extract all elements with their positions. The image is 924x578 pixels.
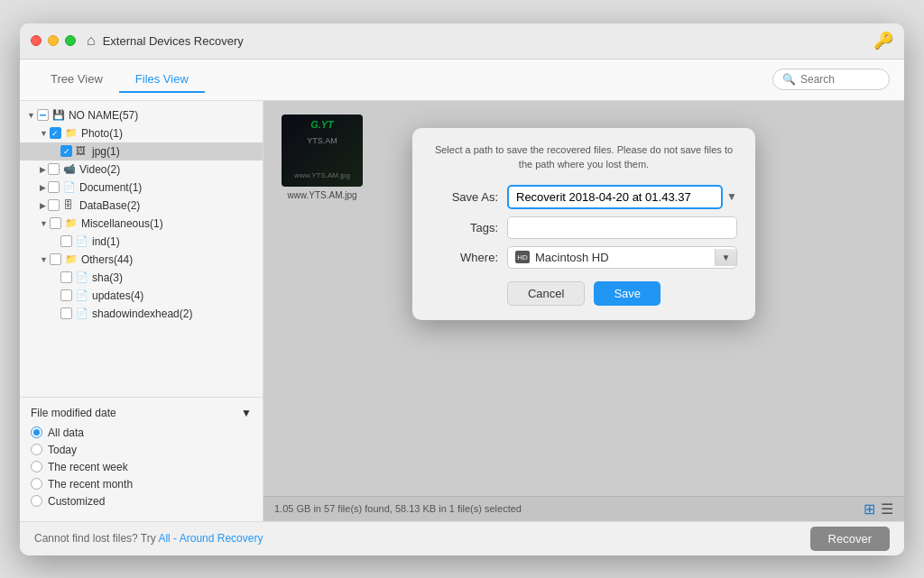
tree-item-root[interactable]: ▼ 💾 NO NAME(57) bbox=[20, 106, 263, 124]
filter-label-custom: Customized bbox=[48, 495, 105, 508]
modal-row-tags: Tags: bbox=[430, 216, 737, 239]
main-window: ⌂ External Devices Recovery 🔑 Tree View … bbox=[20, 23, 904, 555]
save-dialog: Select a path to save the recovered file… bbox=[412, 128, 755, 320]
where-select[interactable]: HD Macintosh HD ▼ bbox=[507, 246, 737, 269]
tree-item-misc[interactable]: ▼ 📁 Miscellaneous(1) bbox=[20, 215, 263, 233]
tree-label-root: NO NAME(57) bbox=[69, 109, 138, 122]
tree-label-shadowindexhead: shadowindexhead(2) bbox=[92, 307, 192, 320]
filter-label-today: Today bbox=[48, 444, 77, 456]
tree-item-jpg[interactable]: ▶ ✓ 🖼 jpg(1) bbox=[20, 142, 263, 161]
tree-label-database: DataBase(2) bbox=[79, 199, 140, 212]
titlebar: ⌂ External Devices Recovery 🔑 bbox=[20, 23, 904, 60]
tabs: Tree View Files View bbox=[34, 67, 205, 93]
checkbox-sha[interactable] bbox=[60, 271, 72, 283]
chevron-down-icon: ▼ bbox=[40, 219, 48, 228]
filter-option-today[interactable]: Today bbox=[31, 444, 252, 456]
content-area: G.YT YTS.AM www.YTS.AM.jpg www.YTS.AM.jp… bbox=[263, 101, 904, 521]
folder-icon: 📁 bbox=[65, 127, 78, 140]
checkbox-updates[interactable] bbox=[60, 289, 72, 301]
save-button[interactable]: Save bbox=[594, 281, 661, 306]
traffic-lights bbox=[31, 35, 76, 46]
toolbar: Tree View Files View 🔍 bbox=[20, 60, 904, 101]
checkbox-database[interactable] bbox=[48, 199, 60, 211]
tree-label-updates: updates(4) bbox=[92, 289, 143, 302]
tags-input[interactable] bbox=[507, 216, 737, 239]
tree-label-others: Others(44) bbox=[81, 253, 133, 266]
tree-item-updates[interactable]: ▶ 📄 updates(4) bbox=[20, 287, 263, 305]
tree-item-database[interactable]: ▶ 🗄 DataBase(2) bbox=[20, 197, 263, 215]
minimize-button[interactable] bbox=[48, 35, 59, 46]
filter-title-row[interactable]: File modified date ▼ bbox=[31, 407, 252, 419]
bottom-text: Cannot find lost files? Try All - Around… bbox=[34, 532, 263, 545]
main-content: ▼ 💾 NO NAME(57) ▼ ✓ 📁 Photo(1) ▶ bbox=[20, 101, 904, 521]
checkbox-jpg[interactable]: ✓ bbox=[60, 145, 72, 157]
maximize-button[interactable] bbox=[65, 35, 76, 46]
checkbox-photo[interactable]: ✓ bbox=[50, 127, 61, 139]
chevron-right-icon: ▶ bbox=[40, 201, 46, 210]
chevron-down-icon: ▼ bbox=[27, 111, 35, 120]
modal-button-row: Cancel Save bbox=[430, 281, 737, 306]
chevron-right-icon: ▶ bbox=[40, 183, 46, 192]
tree-item-shadowindexhead[interactable]: ▶ 📄 shadowindexhead(2) bbox=[20, 305, 263, 323]
save-as-dropdown-icon[interactable]: ▼ bbox=[726, 190, 737, 203]
modal-row-where: Where: HD Macintosh HD ▼ bbox=[430, 246, 737, 269]
radio-month[interactable] bbox=[31, 478, 42, 490]
filter-label-week: The recent week bbox=[48, 461, 128, 473]
save-as-input[interactable] bbox=[507, 185, 723, 209]
where-select-arrow[interactable]: ▼ bbox=[715, 249, 736, 266]
all-around-recovery-link[interactable]: All - Around Recovery bbox=[158, 532, 263, 545]
checkbox-misc[interactable] bbox=[50, 217, 61, 229]
tree-item-others[interactable]: ▼ 📁 Others(44) bbox=[20, 251, 263, 269]
checkbox-others[interactable] bbox=[50, 253, 61, 265]
folder-icon: 📁 bbox=[65, 253, 78, 266]
checkbox-video[interactable] bbox=[48, 163, 60, 175]
save-as-label: Save As: bbox=[430, 190, 498, 204]
filter-label-all: All data bbox=[48, 427, 84, 439]
tree-item-video[interactable]: ▶ 📹 Video(2) bbox=[20, 161, 263, 179]
close-button[interactable] bbox=[31, 35, 42, 46]
tab-tree-view[interactable]: Tree View bbox=[34, 67, 119, 93]
tree-label-document: Document(1) bbox=[79, 181, 142, 194]
tree-item-photo[interactable]: ▼ ✓ 📁 Photo(1) bbox=[20, 124, 263, 142]
filter-option-custom[interactable]: Customized bbox=[31, 495, 252, 508]
tab-files-view[interactable]: Files View bbox=[119, 67, 205, 93]
document-icon: 📄 bbox=[63, 181, 76, 194]
tree-label-photo: Photo(1) bbox=[81, 127, 123, 140]
svg-rect-0 bbox=[40, 115, 46, 116]
search-input[interactable] bbox=[800, 73, 882, 86]
chevron-down-icon: ▼ bbox=[40, 255, 48, 264]
tree-label-jpg: jpg(1) bbox=[92, 145, 120, 158]
tree-label-misc: Miscellaneous(1) bbox=[81, 217, 163, 230]
radio-week[interactable] bbox=[31, 461, 42, 472]
radio-today[interactable] bbox=[31, 444, 42, 455]
harddisk-icon: HD bbox=[515, 251, 530, 263]
database-icon: 🗄 bbox=[63, 199, 76, 212]
tree-label-ind: ind(1) bbox=[92, 235, 120, 248]
bottom-prefix: Cannot find lost files? Try bbox=[34, 532, 158, 545]
home-icon[interactable]: ⌂ bbox=[87, 32, 96, 49]
tree-item-ind[interactable]: ▶ 📄 ind(1) bbox=[20, 233, 263, 251]
checkbox-document[interactable] bbox=[48, 181, 60, 193]
tree-item-sha[interactable]: ▶ 📄 sha(3) bbox=[20, 269, 263, 287]
checkbox-ind[interactable] bbox=[60, 235, 72, 247]
recover-button[interactable]: Recover bbox=[810, 527, 890, 551]
tree-item-document[interactable]: ▶ 📄 Document(1) bbox=[20, 179, 263, 197]
filter-option-all[interactable]: All data bbox=[31, 427, 252, 439]
folder-icon: 📁 bbox=[65, 217, 78, 230]
tree-label-video: Video(2) bbox=[79, 163, 120, 176]
file-icon: 📄 bbox=[76, 271, 88, 284]
file-icon: 📄 bbox=[76, 235, 88, 248]
chevron-down-icon: ▼ bbox=[40, 129, 48, 138]
video-icon: 📹 bbox=[63, 163, 76, 176]
filter-option-month[interactable]: The recent month bbox=[31, 478, 252, 491]
radio-all[interactable] bbox=[31, 427, 42, 438]
filter-option-week[interactable]: The recent week bbox=[31, 461, 252, 473]
checkbox-root[interactable] bbox=[37, 109, 49, 121]
search-box: 🔍 bbox=[772, 69, 890, 90]
checkbox-shadowindexhead[interactable] bbox=[60, 307, 72, 319]
cancel-button[interactable]: Cancel bbox=[507, 281, 585, 306]
tree-area: ▼ 💾 NO NAME(57) ▼ ✓ 📁 Photo(1) ▶ bbox=[20, 101, 263, 397]
radio-custom[interactable] bbox=[31, 495, 42, 507]
filter-area: File modified date ▼ All data Today The … bbox=[20, 397, 263, 521]
filter-label-month: The recent month bbox=[48, 478, 133, 491]
